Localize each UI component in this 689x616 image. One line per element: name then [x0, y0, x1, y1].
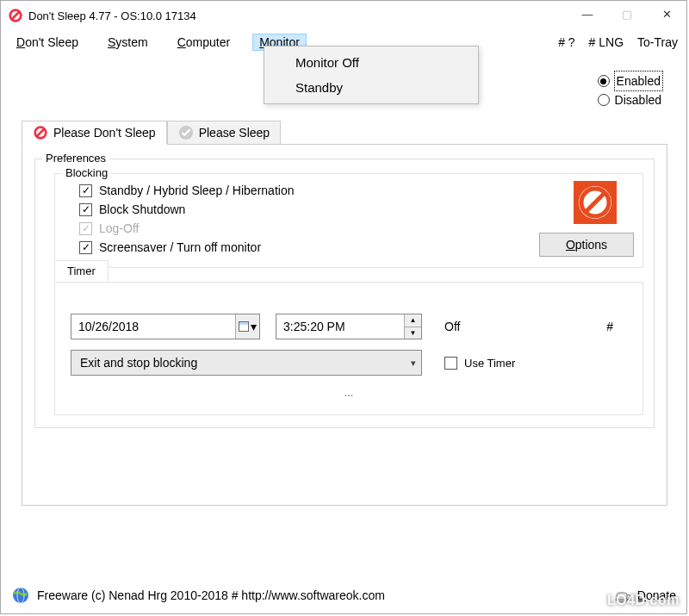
monitor-menu-off[interactable]: Monitor Off: [264, 50, 478, 75]
window-title: Don't Sleep 4.77 - OS:10.0 17134: [28, 9, 196, 22]
more-ellipsis[interactable]: ...: [65, 386, 632, 399]
calendar-icon: [239, 321, 249, 332]
svg-rect-13: [617, 593, 627, 600]
checkbox-use-timer[interactable]: Use Timer: [444, 357, 515, 370]
app-icon: [8, 8, 23, 23]
titlebar: Don't Sleep 4.77 - OS:10.0 17134 — ▢ ✕: [1, 1, 686, 30]
tab-panel: Preferences Blocking ✓ Standby / Hybrid …: [22, 144, 667, 506]
menu-to-tray[interactable]: To-Tray: [637, 35, 678, 49]
radio-icon: [598, 75, 610, 87]
checkbox-icon: ✓: [79, 203, 92, 216]
radio-icon: [598, 94, 610, 106]
timer-tab-label[interactable]: Timer: [54, 260, 109, 282]
checkbox-icon: [444, 357, 457, 370]
radio-disabled[interactable]: Disabled: [598, 90, 662, 109]
tab-please-sleep[interactable]: Please Sleep: [167, 121, 282, 145]
monitor-dropdown: Monitor Off Standby: [264, 46, 479, 104]
menu-system[interactable]: System: [101, 34, 155, 51]
date-input[interactable]: 10/26/2018 ▾: [71, 314, 260, 339]
globe-icon: [11, 586, 30, 605]
options-button[interactable]: Options: [539, 233, 634, 257]
timer-fieldset: Timer 10/26/2018 ▾ 3:25:20 PM ▲: [54, 282, 643, 415]
donate-link[interactable]: Donate: [637, 588, 676, 602]
monitor-menu-standby[interactable]: Standby: [264, 75, 478, 100]
spin-up-icon[interactable]: ▲: [405, 314, 421, 327]
blocking-legend: Blocking: [62, 166, 111, 179]
footer-text[interactable]: Freeware (c) Nenad Hrg 2010-2018 # http:…: [37, 588, 385, 602]
time-input[interactable]: 3:25:20 PM ▲ ▼: [276, 314, 422, 339]
check-circle-icon: [178, 125, 194, 140]
app-window: Don't Sleep 4.77 - OS:10.0 17134 — ▢ ✕ D…: [0, 0, 687, 614]
time-spinner[interactable]: ▲ ▼: [404, 314, 421, 339]
tab-dont-sleep[interactable]: Please Don't Sleep: [22, 121, 167, 145]
menu-dont-sleep[interactable]: Don't Sleep: [9, 34, 85, 51]
main-tabs: Please Don't Sleep Please Sleep Preferen…: [22, 120, 667, 506]
menu-hash-lng[interactable]: # LNG: [589, 35, 624, 49]
checkbox-icon: ✓: [79, 222, 92, 235]
footer: Freeware (c) Nenad Hrg 2010-2018 # http:…: [11, 586, 676, 605]
block-icon: [33, 125, 48, 140]
close-button[interactable]: ✕: [647, 1, 686, 27]
checkbox-icon: ✓: [79, 184, 92, 197]
preferences-fieldset: Preferences Blocking ✓ Standby / Hybrid …: [34, 159, 655, 428]
menu-hash-help[interactable]: # ?: [558, 35, 574, 49]
block-large-icon: [574, 181, 617, 224]
radio-enabled[interactable]: Enabled: [598, 72, 662, 90]
window-controls: — ▢ ✕: [568, 1, 686, 27]
checkbox-standby[interactable]: ✓ Standby / Hybrid Sleep / Hibernation: [65, 181, 632, 200]
date-dropdown-button[interactable]: ▾: [235, 314, 259, 339]
enable-disable-group: Enabled Disabled: [598, 72, 662, 109]
menu-computer[interactable]: Computer: [171, 34, 237, 51]
maximize-button[interactable]: ▢: [607, 1, 647, 27]
minimize-button[interactable]: —: [568, 1, 607, 27]
preferences-legend: Preferences: [42, 152, 109, 165]
checkbox-icon: ✓: [79, 241, 92, 254]
blocking-fieldset: Blocking ✓ Standby / Hybrid Sleep / Hibe…: [54, 173, 643, 268]
off-label: Off: [444, 320, 460, 333]
checkbox-block-shutdown[interactable]: ✓ Block Shutdown: [65, 200, 632, 219]
action-combobox[interactable]: Exit and stop blocking ▾: [71, 350, 422, 376]
coffee-icon: [615, 588, 632, 603]
spin-down-icon[interactable]: ▼: [405, 327, 421, 339]
hash-link[interactable]: #: [606, 320, 613, 333]
chevron-down-icon: ▾: [411, 358, 416, 369]
